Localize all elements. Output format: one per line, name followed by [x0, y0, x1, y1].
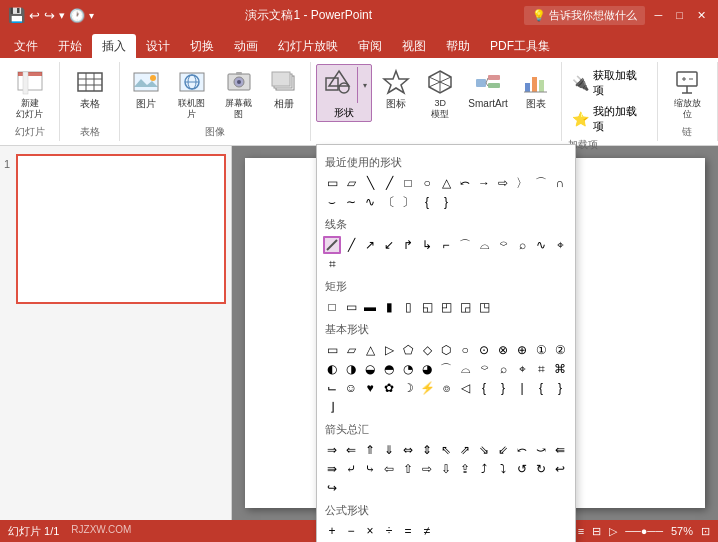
shape-item[interactable]: { [418, 193, 436, 211]
shape-item[interactable]: } [551, 379, 569, 397]
shape-item[interactable]: − [342, 522, 360, 540]
help-search[interactable]: 💡 告诉我你想做什么 [524, 6, 645, 25]
shape-item[interactable]: ⌓ [475, 236, 493, 254]
minimize-button[interactable]: ─ [651, 9, 667, 21]
line-diagonal-item[interactable] [323, 236, 341, 254]
shape-item[interactable]: + [323, 522, 341, 540]
shape-item[interactable]: ▮ [380, 298, 398, 316]
shape-item[interactable]: ⌔ [475, 360, 493, 378]
shape-item[interactable]: ⌕ [513, 236, 531, 254]
shape-item[interactable]: □ [399, 174, 417, 192]
shape-item[interactable]: ⤺ [513, 441, 531, 459]
shape-item[interactable]: ⌐ [437, 236, 455, 254]
shape-item[interactable]: | [513, 379, 531, 397]
tab-file[interactable]: 文件 [4, 34, 48, 58]
shape-item[interactable]: ⌾ [437, 379, 455, 397]
tab-view[interactable]: 视图 [392, 34, 436, 58]
shape-item[interactable]: ▱ [342, 341, 360, 359]
shape-item[interactable]: ↻ [532, 460, 550, 478]
shape-item[interactable]: ⇘ [475, 441, 493, 459]
shapes-button[interactable]: ▾ 形状 [316, 64, 372, 122]
shape-item[interactable]: ⇖ [437, 441, 455, 459]
shape-item[interactable]: ▭ [342, 298, 360, 316]
shape-item[interactable]: ⇚ [551, 441, 569, 459]
shape-item[interactable]: ▷ [380, 341, 398, 359]
shape-item[interactable]: ↺ [513, 460, 531, 478]
shape-item[interactable]: ⌒ [532, 174, 550, 192]
shape-item[interactable]: ⬡ [437, 341, 455, 359]
shape-item[interactable]: ⇑ [361, 441, 379, 459]
redo-icon[interactable]: ↪ [44, 8, 55, 23]
tab-transitions[interactable]: 切换 [180, 34, 224, 58]
shape-item[interactable]: ☽ [399, 379, 417, 397]
shape-item[interactable]: ╱ [380, 174, 398, 192]
undo-icon[interactable]: ↩ [29, 8, 40, 23]
shape-item[interactable]: ⊙ [475, 341, 493, 359]
get-addins-button[interactable]: 🔌 获取加载项 [568, 66, 651, 100]
shape-item[interactable]: ⌒ [456, 236, 474, 254]
new-slide-button[interactable]: 新建幻灯片 [10, 64, 50, 122]
shape-item[interactable]: ⌗ [532, 360, 550, 378]
shape-item[interactable]: ◕ [418, 360, 436, 378]
album-button[interactable]: 相册 [264, 64, 304, 112]
shapes-dropdown-arrow[interactable]: ▾ [357, 67, 371, 103]
tab-review[interactable]: 审阅 [348, 34, 392, 58]
shape-item[interactable]: ⇨ [494, 174, 512, 192]
online-picture-button[interactable]: 联机图片 [170, 64, 213, 122]
shape-item[interactable]: ⤺ [456, 174, 474, 192]
shape-item[interactable]: ▯ [399, 298, 417, 316]
shape-item[interactable]: ⌖ [513, 360, 531, 378]
shape-item[interactable]: = [399, 522, 417, 540]
shape-item[interactable]: ① [532, 341, 550, 359]
view-reading-icon[interactable]: ▷ [609, 525, 617, 538]
shape-item[interactable]: 〔 [380, 193, 398, 211]
shape-item[interactable]: ⇓ [380, 441, 398, 459]
shape-item[interactable]: } [437, 193, 455, 211]
shape-item[interactable]: ⤶ [342, 460, 360, 478]
shape-item[interactable]: ○ [418, 174, 436, 192]
shape-item[interactable]: ◰ [437, 298, 455, 316]
view-grid-icon[interactable]: ⊟ [592, 525, 601, 538]
shape-item[interactable]: ⌓ [456, 360, 474, 378]
shape-item[interactable]: ⌋ [323, 398, 341, 416]
shape-item[interactable]: ▬ [361, 298, 379, 316]
shape-item[interactable]: ⌒ [437, 360, 455, 378]
view-outline-icon[interactable]: ≡ [578, 525, 584, 537]
shape-item[interactable]: ⇐ [342, 441, 360, 459]
shape-item[interactable]: ⇗ [456, 441, 474, 459]
shape-item[interactable]: ╲ [361, 174, 379, 192]
shape-item[interactable]: { [532, 379, 550, 397]
shape-item[interactable]: ▭ [323, 341, 341, 359]
shape-item[interactable]: ⤴ [475, 460, 493, 478]
shape-item[interactable]: ⊕ [513, 341, 531, 359]
shape-item[interactable]: ② [551, 341, 569, 359]
tab-design[interactable]: 设计 [136, 34, 180, 58]
shape-item[interactable]: × [361, 522, 379, 540]
shape-item[interactable]: ╱ [342, 236, 360, 254]
shape-item[interactable]: ⇙ [494, 441, 512, 459]
shape-item[interactable]: ↱ [399, 236, 417, 254]
tab-animations[interactable]: 动画 [224, 34, 268, 58]
shape-item[interactable]: ⇪ [456, 460, 474, 478]
shape-item[interactable]: ◔ [399, 360, 417, 378]
slide-thumbnail[interactable] [16, 154, 226, 304]
maximize-button[interactable]: □ [672, 9, 687, 21]
shape-item[interactable]: → [475, 174, 493, 192]
3d-model-button[interactable]: 3D模型 [420, 64, 460, 122]
shape-item[interactable]: ⤻ [532, 441, 550, 459]
shape-item[interactable]: ⇨ [418, 460, 436, 478]
my-addins-button[interactable]: ⭐ 我的加载项 [568, 102, 651, 136]
shape-item[interactable]: ÷ [380, 522, 398, 540]
picture-button[interactable]: 图片 [126, 64, 166, 112]
shape-item[interactable]: ◳ [475, 298, 493, 316]
shape-item[interactable]: ⌙ [323, 379, 341, 397]
shape-item[interactable]: △ [437, 174, 455, 192]
shape-item[interactable]: ⤵ [494, 460, 512, 478]
tab-insert[interactable]: 插入 [92, 34, 136, 58]
fit-slide-button[interactable]: ⊡ [701, 525, 710, 538]
tab-home[interactable]: 开始 [48, 34, 92, 58]
shape-item[interactable]: △ [361, 341, 379, 359]
shape-item[interactable]: ↪ [323, 479, 341, 497]
shape-item[interactable]: ◒ [361, 360, 379, 378]
tab-pdf[interactable]: PDF工具集 [480, 34, 560, 58]
